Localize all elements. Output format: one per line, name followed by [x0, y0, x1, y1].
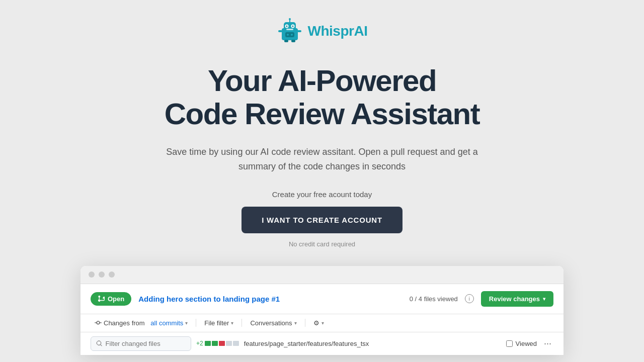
chevron-down-icon: ▾: [543, 296, 545, 302]
git-pr-icon: [98, 295, 105, 302]
no-cc-text: No credit card required: [161, 240, 483, 248]
svg-rect-10: [297, 30, 301, 32]
browser-mockup: Open Adding hero section to landing page…: [80, 266, 564, 355]
logo-icon: [277, 18, 303, 44]
diff-block-green-1: [205, 341, 211, 346]
commits-dropdown-chevron: ▾: [185, 320, 188, 326]
diff-block-red-1: [219, 341, 225, 346]
browser-titlebar: [80, 266, 564, 284]
ellipsis-button[interactable]: ···: [542, 338, 553, 349]
browser-dot-green: [109, 272, 115, 278]
svg-rect-15: [291, 40, 295, 42]
filter-changed-files-input[interactable]: [106, 340, 186, 347]
svg-rect-8: [286, 29, 293, 30]
filter-input-wrapper[interactable]: [91, 336, 191, 351]
hero-section: Your AI-Powered Code Review Assistant Sa…: [151, 64, 493, 248]
file-path: features/page_starter/features/features_…: [244, 340, 501, 347]
viewed-checkbox-row: Viewed: [506, 340, 537, 347]
diff-block-gray-2: [233, 341, 239, 346]
pr-toolbar: Open Adding hero section to landing page…: [80, 284, 564, 314]
commits-icon: [95, 319, 102, 326]
tab-settings[interactable]: ⚙ ▾: [309, 317, 328, 329]
settings-icon: ⚙: [313, 319, 319, 327]
pr-toolbar-left: Open Adding hero section to landing page…: [91, 292, 280, 306]
pr-title: Adding hero section to landing page #1: [138, 295, 280, 303]
header: WhisprAI: [277, 0, 368, 44]
svg-point-5: [292, 26, 293, 27]
files-viewed-count: 0 / 4 files viewed: [410, 295, 458, 303]
cta-label: Create your free acount today: [161, 190, 483, 199]
svg-rect-11: [285, 32, 294, 37]
diff-block-gray-1: [226, 341, 232, 346]
svg-rect-14: [284, 40, 288, 42]
svg-point-4: [286, 26, 287, 27]
review-button-label: Review changes: [489, 295, 540, 303]
conversations-chevron: ▾: [294, 320, 297, 326]
tab-conversations[interactable]: Conversations ▾: [246, 317, 300, 329]
diff-additions: +2: [196, 340, 203, 347]
browser-dot-red: [89, 272, 95, 278]
browser-dot-yellow: [99, 272, 105, 278]
file-filter-chevron: ▾: [231, 320, 233, 326]
filter-row: +2 features/page_starter/features/featur…: [80, 332, 564, 355]
hero-subtitle: Save time by using our AI code review as…: [161, 145, 483, 174]
pr-toolbar-right: 0 / 4 files viewed i Review changes ▾: [410, 291, 553, 307]
tab-divider-3: [305, 319, 305, 327]
search-icon: [96, 340, 103, 347]
tab-file-filter[interactable]: File filter ▾: [200, 317, 237, 329]
logo: WhisprAI: [277, 18, 368, 44]
diff-indicator: +2: [196, 340, 239, 347]
tab-commits[interactable]: Changes from all commits ▾: [91, 317, 192, 329]
pr-status-badge: Open: [91, 292, 131, 306]
logo-text: WhisprAI: [308, 23, 368, 39]
settings-chevron: ▾: [321, 320, 324, 326]
hero-title: Your AI-Powered Code Review Assistant: [161, 64, 483, 131]
svg-rect-9: [278, 30, 282, 32]
svg-point-7: [289, 18, 291, 20]
svg-point-13: [291, 34, 293, 36]
tab-divider-1: [196, 319, 196, 327]
cta-button[interactable]: I WANT TO CREATE ACCOUNT: [242, 207, 403, 233]
viewed-checkbox[interactable]: [506, 340, 513, 347]
review-changes-button[interactable]: Review changes ▾: [481, 291, 553, 307]
diff-block-green-2: [212, 341, 218, 346]
info-icon[interactable]: i: [465, 294, 474, 303]
tab-divider-2: [242, 319, 242, 327]
pr-status-label: Open: [108, 295, 124, 303]
viewed-label: Viewed: [516, 340, 537, 347]
diff-bar: [205, 341, 239, 346]
svg-point-12: [287, 34, 289, 36]
pr-tabs-row: Changes from all commits ▾ File filter ▾…: [80, 314, 564, 332]
